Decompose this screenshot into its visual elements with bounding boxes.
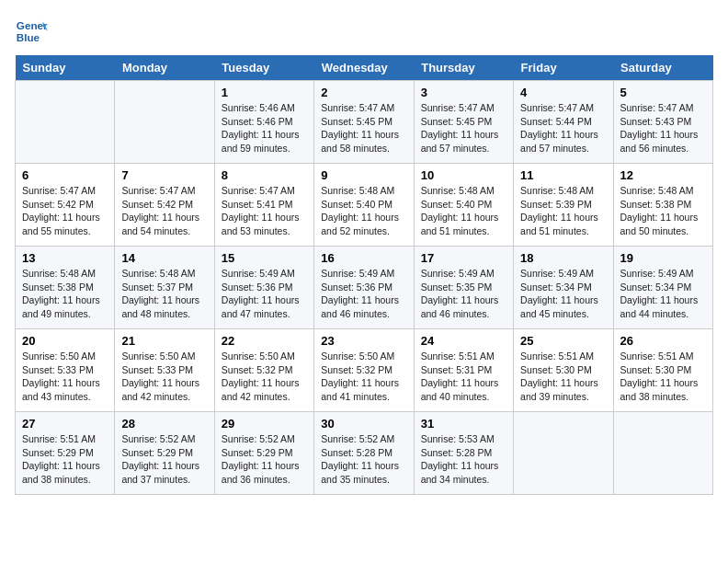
day-info: Sunrise: 5:48 AMSunset: 5:40 PMDaylight:… [421,184,506,238]
calendar-cell: 23Sunrise: 5:50 AMSunset: 5:32 PMDayligh… [314,329,414,412]
day-info: Sunrise: 5:49 AMSunset: 5:36 PMDaylight:… [321,267,406,321]
calendar-cell: 18Sunrise: 5:49 AMSunset: 5:34 PMDayligh… [514,247,613,329]
day-info: Sunrise: 5:47 AMSunset: 5:42 PMDaylight:… [121,184,207,238]
day-info: Sunrise: 5:51 AMSunset: 5:31 PMDaylight:… [421,350,506,404]
day-info: Sunrise: 5:51 AMSunset: 5:29 PMDaylight:… [22,432,108,487]
day-number: 15 [222,251,307,265]
day-number: 5 [620,86,706,99]
calendar-cell: 26Sunrise: 5:51 AMSunset: 5:30 PMDayligh… [613,329,712,412]
calendar-cell: 7Sunrise: 5:47 AMSunset: 5:42 PMDaylight… [115,164,214,247]
day-info: Sunrise: 5:52 AMSunset: 5:29 PMDaylight:… [121,432,207,487]
calendar-cell: 22Sunrise: 5:50 AMSunset: 5:32 PMDayligh… [214,329,313,412]
day-number: 17 [421,251,506,265]
day-number: 14 [121,251,207,265]
weekday-header: Monday [115,55,214,81]
calendar-week-row: 13Sunrise: 5:48 AMSunset: 5:38 PMDayligh… [16,247,713,329]
weekday-header: Friday [514,55,613,81]
day-info: Sunrise: 5:47 AMSunset: 5:45 PMDaylight:… [321,101,406,155]
day-number: 12 [620,168,706,182]
page-header: General Blue [15,15,713,48]
calendar-header: SundayMondayTuesdayWednesdayThursdayFrid… [16,55,713,81]
day-number: 4 [520,86,606,99]
logo-icon: General Blue [15,15,48,48]
day-number: 13 [22,251,108,265]
day-number: 30 [321,417,406,431]
weekday-header: Thursday [414,55,513,81]
calendar-cell [514,412,613,495]
calendar-cell [613,412,712,495]
calendar-cell: 12Sunrise: 5:48 AMSunset: 5:38 PMDayligh… [613,164,712,247]
day-info: Sunrise: 5:51 AMSunset: 5:30 PMDaylight:… [620,350,706,404]
calendar-table: SundayMondayTuesdayWednesdayThursdayFrid… [15,55,713,495]
logo: General Blue [15,15,48,48]
day-info: Sunrise: 5:46 AMSunset: 5:46 PMDaylight:… [222,101,307,155]
day-info: Sunrise: 5:47 AMSunset: 5:45 PMDaylight:… [421,101,506,155]
day-number: 8 [222,168,307,182]
day-info: Sunrise: 5:48 AMSunset: 5:38 PMDaylight:… [620,184,706,238]
calendar-cell: 29Sunrise: 5:52 AMSunset: 5:29 PMDayligh… [214,412,313,495]
weekday-header: Wednesday [314,55,414,81]
day-number: 21 [121,334,207,348]
day-info: Sunrise: 5:53 AMSunset: 5:28 PMDaylight:… [421,432,506,487]
calendar-cell: 16Sunrise: 5:49 AMSunset: 5:36 PMDayligh… [314,247,414,329]
calendar-cell: 5Sunrise: 5:47 AMSunset: 5:43 PMDaylight… [613,81,712,164]
svg-text:Blue: Blue [17,31,40,43]
calendar-cell: 8Sunrise: 5:47 AMSunset: 5:41 PMDaylight… [214,164,313,247]
calendar-cell: 1Sunrise: 5:46 AMSunset: 5:46 PMDaylight… [214,81,313,164]
day-number: 24 [421,334,506,348]
day-info: Sunrise: 5:52 AMSunset: 5:29 PMDaylight:… [222,432,307,487]
day-number: 9 [321,168,406,182]
day-number: 3 [421,86,506,99]
calendar-cell: 20Sunrise: 5:50 AMSunset: 5:33 PMDayligh… [16,329,115,412]
weekday-header: Sunday [16,55,115,81]
calendar-cell: 9Sunrise: 5:48 AMSunset: 5:40 PMDaylight… [314,164,414,247]
day-number: 31 [421,417,506,431]
day-number: 22 [222,334,307,348]
day-number: 2 [321,86,406,99]
day-number: 20 [22,334,108,348]
day-number: 26 [620,334,706,348]
day-number: 16 [321,251,406,265]
day-info: Sunrise: 5:47 AMSunset: 5:43 PMDaylight:… [620,101,706,155]
day-number: 6 [22,168,108,182]
calendar-week-row: 6Sunrise: 5:47 AMSunset: 5:42 PMDaylight… [16,164,713,247]
day-number: 7 [121,168,207,182]
day-info: Sunrise: 5:47 AMSunset: 5:44 PMDaylight:… [520,101,606,155]
calendar-cell: 31Sunrise: 5:53 AMSunset: 5:28 PMDayligh… [414,412,513,495]
day-info: Sunrise: 5:51 AMSunset: 5:30 PMDaylight:… [520,350,606,404]
day-number: 25 [520,334,606,348]
calendar-cell: 24Sunrise: 5:51 AMSunset: 5:31 PMDayligh… [414,329,513,412]
calendar-cell: 14Sunrise: 5:48 AMSunset: 5:37 PMDayligh… [115,247,214,329]
calendar-cell: 30Sunrise: 5:52 AMSunset: 5:28 PMDayligh… [314,412,414,495]
calendar-cell: 28Sunrise: 5:52 AMSunset: 5:29 PMDayligh… [115,412,214,495]
calendar-cell: 15Sunrise: 5:49 AMSunset: 5:36 PMDayligh… [214,247,313,329]
day-info: Sunrise: 5:48 AMSunset: 5:37 PMDaylight:… [121,267,207,321]
day-info: Sunrise: 5:50 AMSunset: 5:33 PMDaylight:… [22,350,108,404]
weekday-header: Saturday [613,55,712,81]
calendar-cell: 2Sunrise: 5:47 AMSunset: 5:45 PMDaylight… [314,81,414,164]
calendar-cell: 4Sunrise: 5:47 AMSunset: 5:44 PMDaylight… [514,81,613,164]
weekday-header: Tuesday [214,55,313,81]
day-info: Sunrise: 5:52 AMSunset: 5:28 PMDaylight:… [321,432,406,487]
day-info: Sunrise: 5:47 AMSunset: 5:42 PMDaylight:… [22,184,108,238]
calendar-cell: 13Sunrise: 5:48 AMSunset: 5:38 PMDayligh… [16,247,115,329]
day-info: Sunrise: 5:50 AMSunset: 5:32 PMDaylight:… [222,350,307,404]
day-number: 11 [520,168,606,182]
day-info: Sunrise: 5:47 AMSunset: 5:41 PMDaylight:… [222,184,307,238]
day-info: Sunrise: 5:49 AMSunset: 5:36 PMDaylight:… [222,267,307,321]
calendar-cell: 21Sunrise: 5:50 AMSunset: 5:33 PMDayligh… [115,329,214,412]
calendar-cell [115,81,214,164]
calendar-cell: 3Sunrise: 5:47 AMSunset: 5:45 PMDaylight… [414,81,513,164]
day-info: Sunrise: 5:50 AMSunset: 5:33 PMDaylight:… [121,350,207,404]
calendar-cell: 27Sunrise: 5:51 AMSunset: 5:29 PMDayligh… [16,412,115,495]
calendar-week-row: 1Sunrise: 5:46 AMSunset: 5:46 PMDaylight… [16,81,713,164]
day-info: Sunrise: 5:48 AMSunset: 5:39 PMDaylight:… [520,184,606,238]
day-number: 28 [121,417,207,431]
day-info: Sunrise: 5:48 AMSunset: 5:38 PMDaylight:… [22,267,108,321]
calendar-week-row: 20Sunrise: 5:50 AMSunset: 5:33 PMDayligh… [16,329,713,412]
calendar-cell: 17Sunrise: 5:49 AMSunset: 5:35 PMDayligh… [414,247,513,329]
calendar-cell: 11Sunrise: 5:48 AMSunset: 5:39 PMDayligh… [514,164,613,247]
day-number: 10 [421,168,506,182]
day-info: Sunrise: 5:49 AMSunset: 5:34 PMDaylight:… [520,267,606,321]
day-number: 29 [222,417,307,431]
